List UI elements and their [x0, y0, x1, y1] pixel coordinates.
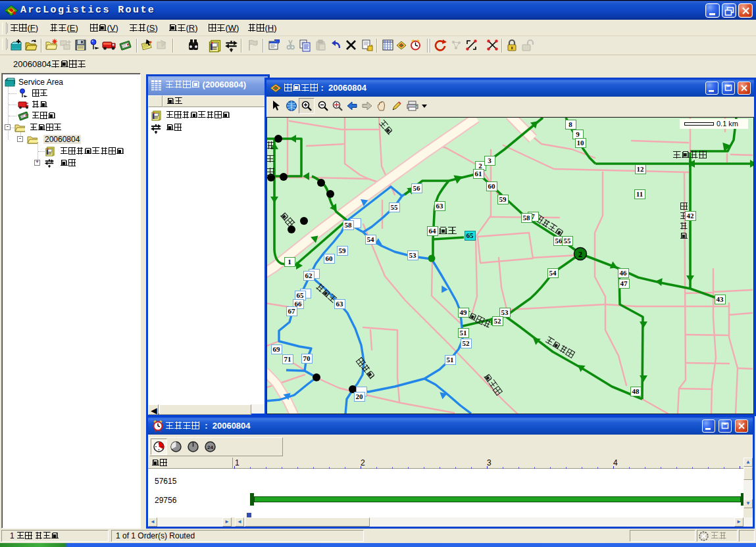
svg-text:24: 24	[207, 444, 213, 450]
svg-text:2: 2	[578, 250, 582, 259]
